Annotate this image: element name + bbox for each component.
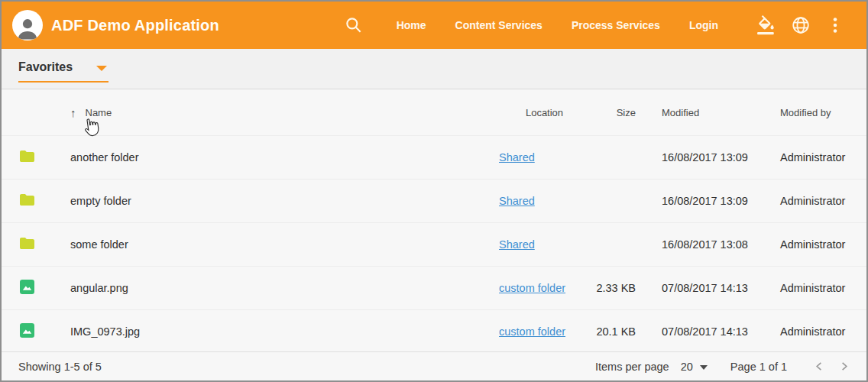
document-list: ↑ Name Location Size Modified Modified b… — [2, 89, 866, 353]
file-size: 20.1 KB — [590, 325, 636, 338]
app-header: ADF Demo Application Home Content Servic… — [2, 2, 866, 49]
chevron-right-icon — [838, 361, 850, 372]
dropdown-caret-icon — [700, 365, 708, 370]
image-file-icon — [20, 323, 35, 338]
sort-ascending-icon: ↑ — [70, 106, 76, 119]
location-link[interactable]: Shared — [499, 151, 535, 163]
file-name[interactable]: another folder — [70, 151, 499, 163]
chevron-left-icon — [814, 361, 825, 372]
main-nav: Home Content Services Process Services L… — [382, 11, 733, 39]
location-link[interactable]: Shared — [499, 195, 535, 207]
file-name[interactable]: angular.png — [70, 282, 499, 294]
user-avatar — [12, 10, 43, 40]
items-per-page-label: Items per page — [595, 361, 669, 373]
column-header-size[interactable]: Size — [590, 107, 636, 118]
folder-icon — [20, 193, 35, 208]
table-row[interactable]: angular.png custom folder 2.33 KB 07/08/… — [2, 266, 866, 309]
nav-item-home[interactable]: Home — [382, 11, 441, 39]
header-right: Home Content Services Process Services L… — [344, 11, 845, 39]
search-button[interactable] — [344, 15, 364, 35]
modified-by: Administrator — [779, 238, 845, 251]
previous-page-button[interactable] — [808, 356, 830, 377]
nav-item-process-services[interactable]: Process Services — [557, 11, 675, 39]
folder-icon — [20, 236, 35, 251]
modified-date: 07/08/2017 14:13 — [636, 282, 779, 294]
app-title: ADF Demo Application — [51, 17, 219, 34]
page-status-label: Page 1 of 1 — [730, 361, 787, 373]
items-per-page-select[interactable]: 20 — [681, 361, 708, 373]
items-per-page-value: 20 — [681, 361, 693, 373]
view-tab-bar: Favorites — [2, 49, 866, 89]
modified-date: 07/08/2017 14:13 — [636, 325, 779, 338]
tab-favorites-label: Favorites — [18, 60, 73, 74]
person-icon — [15, 15, 40, 40]
modified-by: Administrator — [779, 195, 845, 207]
modified-by: Administrator — [779, 282, 845, 294]
folder-icon — [20, 149, 35, 164]
search-icon — [344, 15, 364, 35]
modified-by: Administrator — [779, 325, 845, 338]
pagination-controls: Items per page 20 Page 1 of 1 — [595, 356, 854, 377]
file-size: 2.33 KB — [590, 282, 636, 294]
modified-by: Administrator — [779, 151, 845, 163]
location-link[interactable]: custom folder — [499, 325, 565, 338]
column-header-name[interactable]: ↑ Name — [70, 106, 499, 119]
column-header-modified-by[interactable]: Modified by — [779, 107, 845, 118]
location-link[interactable]: custom folder — [499, 282, 565, 294]
modified-date: 16/08/2017 13:08 — [636, 238, 779, 251]
dropdown-triangle-icon — [96, 66, 107, 71]
theme-color-button[interactable] — [756, 15, 776, 35]
table-row[interactable]: another folder Shared 16/08/2017 13:09 A… — [2, 135, 866, 179]
file-name[interactable]: IMG_0973.jpg — [70, 325, 499, 338]
table-header-row: ↑ Name Location Size Modified Modified b… — [2, 89, 866, 135]
nav-item-content-services[interactable]: Content Services — [441, 11, 557, 39]
column-header-name-label: Name — [86, 107, 112, 118]
header-actions — [742, 15, 845, 35]
language-button[interactable] — [791, 15, 811, 35]
more-menu-button[interactable] — [825, 15, 845, 35]
modified-date: 16/08/2017 13:09 — [636, 195, 779, 207]
image-file-icon — [20, 280, 35, 295]
table-row[interactable]: empty folder Shared 16/08/2017 13:09 Adm… — [2, 179, 866, 222]
more-vert-icon — [825, 15, 845, 35]
modified-date: 16/08/2017 13:09 — [636, 151, 779, 163]
file-name[interactable]: empty folder — [70, 195, 499, 207]
table-row[interactable]: some folder Shared 16/08/2017 13:08 Admi… — [2, 222, 866, 266]
format-color-fill-icon — [756, 15, 776, 35]
pagination-bar: Showing 1-5 of 5 Items per page 20 Page … — [2, 351, 866, 380]
showing-count-label: Showing 1-5 of 5 — [18, 361, 102, 373]
nav-item-login[interactable]: Login — [675, 11, 733, 39]
location-link[interactable]: Shared — [499, 238, 535, 251]
next-page-button[interactable] — [833, 356, 854, 377]
globe-icon — [791, 15, 811, 35]
column-header-location[interactable]: Location — [499, 107, 590, 118]
table-row[interactable]: IMG_0973.jpg custom folder 20.1 KB 07/08… — [2, 309, 866, 353]
column-header-modified[interactable]: Modified — [636, 107, 779, 118]
file-name[interactable]: some folder — [70, 238, 499, 251]
tab-favorites[interactable]: Favorites — [18, 60, 108, 83]
adf-demo-window: ADF Demo Application Home Content Servic… — [0, 0, 868, 382]
